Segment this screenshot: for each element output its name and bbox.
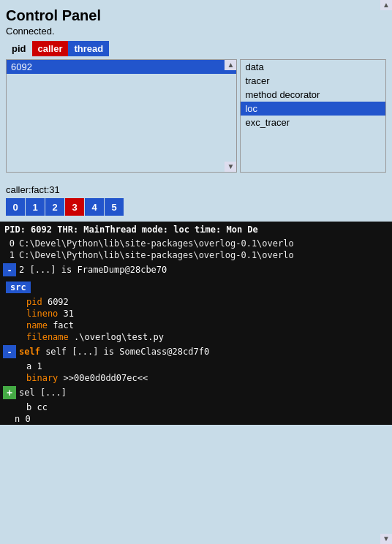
left-list[interactable]: 6092 ▲ ▼ xyxy=(6,59,237,173)
self-keyword: self xyxy=(19,347,40,357)
page-title: Control Panel xyxy=(6,7,386,24)
list-item-method-decorator[interactable]: method decorator xyxy=(241,88,385,102)
num-tabs: 0 1 2 3 4 5 xyxy=(6,198,386,216)
num-tab-5[interactable]: 5 xyxy=(105,198,124,216)
caller-info: caller:fact:31 0 1 2 3 4 5 xyxy=(0,178,392,222)
self-a-val: 1 xyxy=(37,361,42,371)
src-pid-row: pid 6092 xyxy=(0,296,392,308)
self-text: self [...] is SomeClass@28cd7f0 xyxy=(40,347,209,357)
self-row: - self self [...] is SomeClass@28cd7f0 xyxy=(0,343,392,360)
src-badge: src xyxy=(6,282,31,293)
framedump-row: - 2 [...] is FrameDump@28cbe70 xyxy=(0,261,392,279)
scroll-up-arrow[interactable]: ▲ xyxy=(225,60,236,70)
code-view: PID: 6092 THR: MainThread mode: loc time… xyxy=(0,222,392,425)
src-lineno-key: lineno xyxy=(26,309,58,319)
num-tab-2[interactable]: 2 xyxy=(45,198,64,216)
sel-b-row: b cc xyxy=(0,401,392,413)
expand-sel-btn[interactable]: + xyxy=(3,386,16,399)
list-item-data[interactable]: data xyxy=(241,60,385,74)
n-val: 0 xyxy=(25,414,30,424)
control-panel: Control Panel Connected. pid caller thre… xyxy=(0,0,392,178)
list-item-loc[interactable]: loc xyxy=(241,102,385,116)
tab-caller[interactable]: caller xyxy=(32,41,69,56)
tab-pid[interactable]: pid xyxy=(6,41,32,56)
main-tabs: pid caller thread xyxy=(6,41,386,56)
self-a-key: a xyxy=(26,361,31,371)
src-lineno-row: lineno 31 xyxy=(0,308,392,320)
src-lineno-val: 31 xyxy=(64,309,74,319)
caller-label: caller:fact:31 xyxy=(6,184,386,195)
right-list[interactable]: data tracer method decorator loc exc_tra… xyxy=(240,59,386,173)
src-name-val: fact xyxy=(53,320,74,330)
tab-thread[interactable]: thread xyxy=(68,41,109,56)
code-line-0: 0 C:\Devel\Python\lib\site-packages\over… xyxy=(0,238,392,249)
src-name-key: name xyxy=(26,320,48,330)
num-tab-4[interactable]: 4 xyxy=(85,198,104,216)
connection-status: Connected. xyxy=(6,26,386,37)
sel-text: sel [...] xyxy=(19,388,67,398)
collapse-framedump-btn[interactable]: - xyxy=(3,263,16,276)
self-binary-val: >>00e0d0dd07ec<< xyxy=(64,373,148,383)
code-line-1: 1 C:\Devel\Python\lib\site-packages\over… xyxy=(0,249,392,261)
num-tab-0[interactable]: 0 xyxy=(6,198,25,216)
n-row: n 0 xyxy=(0,413,392,425)
self-a-row: a 1 xyxy=(0,360,392,372)
src-filename-row: filename .\overlog\test.py xyxy=(0,331,392,343)
self-binary-row: binary >>00e0d0dd07ec<< xyxy=(0,372,392,384)
framedump-text: 2 [...] is FrameDump@28cbe70 xyxy=(19,265,167,275)
line-num-1: 1 xyxy=(3,250,15,260)
collapse-self-btn[interactable]: - xyxy=(3,345,16,358)
src-badge-row: src xyxy=(0,279,392,296)
sel-row: + sel [...] xyxy=(0,384,392,401)
list-item-tracer[interactable]: tracer xyxy=(241,74,385,88)
src-pid-key: pid xyxy=(26,297,42,307)
num-tab-1[interactable]: 1 xyxy=(26,198,45,216)
num-tab-3[interactable]: 3 xyxy=(65,198,84,216)
src-filename-key: filename xyxy=(26,332,69,342)
line-text-0: C:\Devel\Python\lib\site-packages\overlo… xyxy=(19,238,294,249)
scroll-down-arrow[interactable]: ▼ xyxy=(225,162,236,172)
sel-b-key: b xyxy=(26,402,31,412)
line-text-1: C:\Devel\Python\lib\site-packages\overlo… xyxy=(19,250,294,260)
list-item-exc-tracer[interactable]: exc_tracer xyxy=(241,116,385,129)
lists-area: 6092 ▲ ▼ data tracer method decorator lo… xyxy=(6,59,386,173)
sel-b-val: cc xyxy=(37,402,47,412)
src-filename-val: .\overlog\test.py xyxy=(74,332,164,342)
src-name-row: name fact xyxy=(0,320,392,331)
src-pid-val: 6092 xyxy=(48,297,69,307)
self-binary-key: binary xyxy=(26,373,58,383)
n-key: n xyxy=(15,414,20,424)
line-num-0: 0 xyxy=(3,238,15,249)
list-item[interactable]: 6092 xyxy=(7,60,236,74)
code-header: PID: 6092 THR: MainThread mode: loc time… xyxy=(0,222,392,238)
